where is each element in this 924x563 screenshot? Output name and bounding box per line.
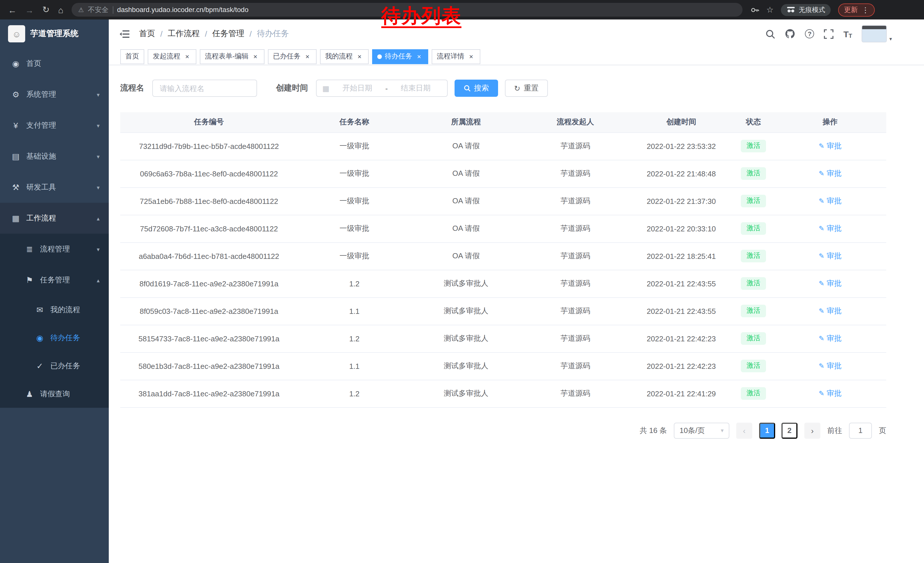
- browser-menu-icon[interactable]: ⋮: [862, 6, 869, 14]
- cell-process: OA 请假: [411, 215, 521, 242]
- search-button[interactable]: 搜索: [454, 80, 498, 97]
- approve-link[interactable]: ✎审批: [819, 224, 842, 234]
- page-number-2[interactable]: 2: [782, 422, 798, 438]
- tab-2[interactable]: 流程表单-编辑×: [200, 49, 264, 64]
- page-size-select[interactable]: 10条/页 ▾: [674, 422, 729, 438]
- cell-task-name: 1.2: [298, 325, 411, 352]
- approve-link[interactable]: ✎审批: [819, 168, 842, 179]
- chevron-up-icon: ▴: [97, 215, 100, 221]
- sidebar-item-payment[interactable]: ¥ 支付管理 ▾: [0, 110, 109, 141]
- app-logo-image: ☺: [8, 25, 25, 42]
- forward-icon[interactable]: →: [25, 5, 34, 15]
- tab-6[interactable]: 流程详情×: [432, 49, 480, 64]
- page-number-1[interactable]: 1: [759, 422, 775, 438]
- sidebar-item-workflow[interactable]: ▦ 工作流程 ▴: [0, 203, 109, 234]
- end-date-placeholder[interactable]: 结束日期: [390, 83, 441, 93]
- edit-icon: ✎: [819, 389, 824, 398]
- sidebar-fold-icon[interactable]: [119, 30, 129, 38]
- tab-0[interactable]: 首页: [120, 49, 144, 64]
- sidebar-item-label: 支付管理: [26, 120, 56, 131]
- help-icon[interactable]: ?: [805, 29, 814, 38]
- bookmark-star-icon[interactable]: ☆: [766, 5, 773, 14]
- update-button[interactable]: 更新 ⋮: [838, 3, 875, 17]
- cell-initiator: 芋道源码: [521, 270, 630, 297]
- tab-1[interactable]: 发起流程×: [148, 49, 196, 64]
- status-badge: 激活: [741, 167, 766, 180]
- close-tab-icon[interactable]: ×: [415, 53, 423, 60]
- close-tab-icon[interactable]: ×: [251, 53, 260, 60]
- approve-link[interactable]: ✎审批: [819, 361, 842, 371]
- workflow-submenu: ≣ 流程管理 ▾ ⚑ 任务管理 ▴ ✉ 我的流程 ◉: [0, 234, 109, 408]
- cell-create-time: 2022-01-22 20:33:10: [630, 215, 733, 242]
- key-icon[interactable]: [750, 6, 759, 14]
- security-label[interactable]: 不安全: [88, 5, 108, 15]
- cell-action: ✎审批: [774, 187, 886, 215]
- approve-link[interactable]: ✎审批: [819, 306, 842, 316]
- task-table-body: 73211d9d-7b9b-11ec-b5b7-acde48001122一级审批…: [120, 132, 886, 407]
- search-icon[interactable]: [765, 29, 775, 39]
- approve-link[interactable]: ✎审批: [819, 333, 842, 344]
- status-badge: 激活: [741, 222, 766, 234]
- cell-process: 测试多审批人: [411, 297, 521, 325]
- next-page-button[interactable]: ›: [804, 422, 820, 438]
- font-size-icon[interactable]: TT: [843, 29, 852, 39]
- chevron-up-icon: ▴: [97, 277, 100, 283]
- approve-link[interactable]: ✎审批: [819, 196, 842, 206]
- tab-5[interactable]: 待办任务×: [372, 49, 428, 64]
- approve-link[interactable]: ✎审批: [819, 388, 842, 399]
- chevron-down-icon: ▾: [97, 246, 100, 252]
- sidebar-item-todo-task[interactable]: ◉ 待办任务: [0, 324, 109, 352]
- start-date-placeholder[interactable]: 开始日期: [332, 83, 383, 93]
- fullscreen-icon[interactable]: [824, 29, 834, 39]
- close-tab-icon[interactable]: ×: [356, 53, 363, 60]
- sidebar-item-infra[interactable]: ▤ 基础设施 ▾: [0, 141, 109, 172]
- sidebar-item-task-mgmt[interactable]: ⚑ 任务管理 ▴: [0, 264, 109, 296]
- github-icon[interactable]: [785, 29, 795, 39]
- breadcrumb-item[interactable]: 首页: [139, 29, 155, 39]
- sidebar-item-my-process[interactable]: ✉ 我的流程: [0, 296, 109, 324]
- app-logo: ☺ 芋道管理系统: [0, 20, 109, 48]
- cell-action: ✎审批: [774, 215, 886, 242]
- cell-process: OA 请假: [411, 187, 521, 215]
- date-range-picker[interactable]: ▦ 开始日期 - 结束日期: [316, 80, 448, 97]
- page-size-value: 10条/页: [680, 425, 705, 435]
- close-tab-icon[interactable]: ×: [183, 53, 191, 60]
- breadcrumb-item[interactable]: 工作流程: [168, 29, 200, 39]
- sidebar-item-devtools[interactable]: ⚒ 研发工具 ▾: [0, 172, 109, 203]
- cell-process: OA 请假: [411, 132, 521, 160]
- chevron-down-icon: ▾: [97, 92, 100, 98]
- update-label: 更新: [844, 5, 858, 15]
- sidebar-item-label: 已办任务: [50, 360, 80, 371]
- eye-icon: ◉: [34, 333, 45, 342]
- screen: ← → ↻ ⌂ ⚠ 不安全 dashboard.yudao.iocoder.cn…: [0, 0, 924, 563]
- sidebar-item-process-mgmt[interactable]: ≣ 流程管理 ▾: [0, 234, 109, 264]
- caret-down-icon: ▾: [890, 36, 892, 42]
- reset-button[interactable]: ↻ 重置: [505, 80, 548, 97]
- approve-link[interactable]: ✎审批: [819, 278, 842, 289]
- back-icon[interactable]: ←: [8, 5, 16, 15]
- close-tab-icon[interactable]: ×: [467, 53, 475, 60]
- close-tab-icon[interactable]: ×: [303, 53, 311, 60]
- breadcrumb-item[interactable]: 任务管理: [212, 29, 244, 39]
- sidebar-item-done-task[interactable]: ✓ 已办任务: [0, 352, 109, 380]
- table-row: 8f0d1619-7ac8-11ec-a9e2-a2380e71991a1.2测…: [120, 270, 886, 297]
- reload-icon[interactable]: ↻: [42, 5, 50, 15]
- goto-page-input[interactable]: [849, 422, 872, 438]
- sidebar-item-home[interactable]: ◉ 首页: [0, 48, 109, 79]
- cell-initiator: 芋道源码: [521, 297, 630, 325]
- table-row: 069c6a63-7b8a-11ec-8ef0-acde48001122一级审批…: [120, 160, 886, 187]
- approve-link[interactable]: ✎审批: [819, 141, 842, 151]
- approve-link[interactable]: ✎审批: [819, 251, 842, 261]
- sidebar-item-leave-query[interactable]: ♟ 请假查询: [0, 380, 109, 408]
- table-header-row: 任务编号 任务名称 所属流程 流程发起人 创建时间 状态 操作: [120, 112, 886, 132]
- cell-status: 激活: [733, 352, 774, 380]
- tab-3[interactable]: 已办任务×: [268, 49, 316, 64]
- user-avatar[interactable]: ▾: [862, 25, 892, 42]
- sidebar-item-system[interactable]: ⚙ 系统管理 ▾: [0, 79, 109, 110]
- home-icon[interactable]: ⌂: [58, 5, 63, 15]
- tab-4[interactable]: 我的流程×: [320, 49, 369, 64]
- prev-page-button[interactable]: ‹: [736, 422, 752, 438]
- process-name-input[interactable]: [152, 80, 257, 97]
- approve-link-label: 审批: [826, 196, 842, 206]
- cell-initiator: 芋道源码: [521, 325, 630, 352]
